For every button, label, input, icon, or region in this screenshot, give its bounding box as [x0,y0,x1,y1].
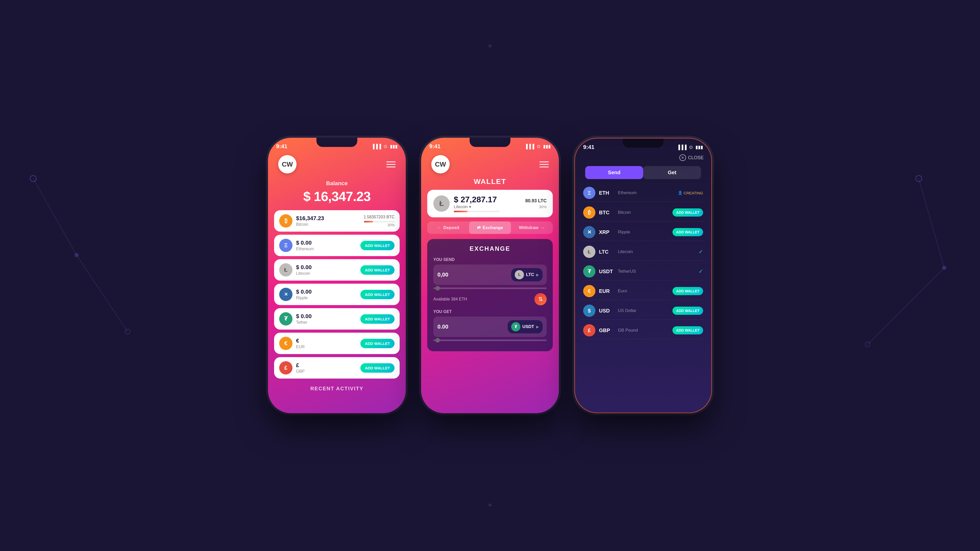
phone-3: 9:41 ▐▐▐ ⊙ ▮▮▮ ✕ CLOSE Send Get Ξ ETH E [574,138,712,413]
phone-2: 9:41 ▐▐▐ ⊙ ▮▮▮ CW WALLET Ł $ 27,287.17 L… [421,138,559,413]
xrp-name: Ripple [296,295,357,300]
crypto-row-eth: Ξ ETH Ethereum 👤 CREATING [581,184,705,202]
menu-icon-2[interactable] [539,162,549,167]
eth-right: ADD WALLET [360,241,395,250]
eur-amount: € [296,338,357,344]
send-button[interactable]: Send [585,166,643,179]
menu-icon-1[interactable] [387,162,396,167]
ltc-check-icon: ✓ [698,248,703,255]
status-icons-3: ▐▐▐ ⊙ ▮▮▮ [677,144,703,150]
ltc-btc-amount: 80.93 LTC [525,198,547,203]
tether-icon: ₮ [279,312,293,326]
btc-right: 1.58357203 BTC 30% [364,215,395,227]
svg-line-9 [868,268,944,345]
get-coin-arrow: ▶ [536,325,539,329]
tab-deposit[interactable]: ← Deposit [427,221,469,234]
wallet-item-btc: ₿ $16,347.23 Bitcoin 1.58357203 BTC 30% [274,210,400,232]
gbp-icon: £ [279,361,293,375]
you-send-coin-selector[interactable]: Ł LTC ▶ [511,268,542,281]
get-button[interactable]: Get [643,166,701,179]
you-send-input[interactable]: 0,00 Ł LTC ▶ [433,265,547,285]
btc-sub-amount: 1.58357203 BTC [364,215,395,219]
phone-1: 9:41 ▐▐▐ ⊙ ▮▮▮ CW Balance $ 16,347.23 ₿ … [268,138,406,413]
you-send-slider[interactable] [433,287,547,289]
notch-1 [317,138,357,147]
wifi-icon-3: ⊙ [689,144,693,150]
you-send-value: 0,00 [438,272,449,278]
xrp-list-icon: ✕ [583,226,595,238]
swap-button[interactable]: ⇅ [535,293,547,305]
crypto-list: Ξ ETH Ethereum 👤 CREATING ₿ BTC Bitcoin … [575,184,711,339]
gbp-list-icon: £ [583,324,595,337]
wallet-item-xrp: ✕ $ 0.00 Ripple ADD WALLET [274,284,400,305]
tab-withdraw[interactable]: Withdraw → [511,221,553,234]
usdt-check-icon: ✓ [698,268,703,275]
close-button[interactable]: ✕ CLOSE [679,154,703,161]
ltc-name: Litecoin [296,271,357,276]
eur-info: € EUR [296,338,357,349]
svg-line-7 [76,255,127,332]
litecoin-card: Ł $ 27,287.17 Litecoin ▾ 80.93 LTC 30% [427,190,553,218]
add-wallet-eth[interactable]: ADD WALLET [360,241,395,250]
add-wallet-usd-p3[interactable]: ADD WALLET [673,306,703,315]
eth-info: $ 0.00 Ethereum [296,240,357,251]
ltc-ticker: LTC [599,249,614,255]
add-wallet-eur[interactable]: ADD WALLET [360,339,395,348]
wallet-list-1: ₿ $16,347.23 Bitcoin 1.58357203 BTC 30% … [268,210,406,379]
you-get-label: YOU GET [433,310,547,314]
gbp-info: £ GBP [296,362,357,374]
eur-right: ADD WALLET [360,339,395,348]
close-label: CLOSE [688,155,703,160]
add-wallet-xrp[interactable]: ADD WALLET [360,290,395,299]
you-get-coin-selector[interactable]: ₮ USDT ▶ [508,320,542,333]
notch-3 [623,138,663,148]
btc-ticker: BTC [599,210,614,216]
ltc-info: $ 0.00 Litecoin [296,264,357,276]
you-get-input[interactable]: 0.00 ₮ USDT ▶ [433,317,547,337]
status-icons-2: ▐▐▐ ⊙ ▮▮▮ [525,144,551,149]
battery-icon-2: ▮▮▮ [543,144,551,149]
eth-ticker: ETH [599,190,614,196]
battery-icon: ▮▮▮ [390,144,398,149]
tab-bar: ← Deposit ⇄ Exchange Withdraw → [427,221,553,234]
add-wallet-xrp-p3[interactable]: ADD WALLET [673,228,703,236]
add-wallet-gbp-p3[interactable]: ADD WALLET [673,326,703,334]
phone-3-header: ✕ CLOSE [575,152,711,164]
eth-list-icon: Ξ [583,187,595,199]
battery-icon-3: ▮▮▮ [695,144,703,150]
logo-1: CW [278,155,297,173]
signal-icon: ▐▐▐ [371,144,381,149]
crypto-row-xrp: ✕ XRP Ripple ADD WALLET [581,224,705,241]
svg-line-6 [33,179,76,255]
ltc-card-info: $ 27,287.17 Litecoin ▾ [454,195,521,212]
withdraw-arrow-icon: → [541,225,545,230]
get-usdt-icon: ₮ [511,322,520,331]
btc-full-name: Bitcoin [618,210,669,215]
eur-full-name: Euro [618,289,669,294]
add-wallet-tether[interactable]: ADD WALLET [360,314,395,324]
svg-line-8 [919,179,944,268]
ltc-right: ADD WALLET [360,265,395,275]
add-wallet-eur-p3[interactable]: ADD WALLET [673,287,703,295]
add-wallet-ltc[interactable]: ADD WALLET [360,265,395,275]
tether-amount: $ 0.00 [296,313,357,320]
you-get-slider[interactable] [433,340,547,341]
withdraw-label: Withdraw [519,225,538,230]
crypto-row-btc: ₿ BTC Bitcoin ADD WALLET [581,204,705,221]
wallet-item-gbp: £ £ GBP ADD WALLET [274,357,400,379]
add-wallet-gbp[interactable]: ADD WALLET [360,363,395,373]
xrp-ticker: XRP [599,229,614,235]
gbp-full-name: GB Pound [618,328,669,333]
usd-ticker: USD [599,308,614,314]
eth-name: Ethereum [296,247,357,251]
tether-right: ADD WALLET [360,314,395,324]
send-get-bar: Send Get [585,166,701,179]
tether-info: $ 0.00 Tether [296,313,357,325]
time-2: 9:41 [429,143,441,150]
ltc-card-right: 80.93 LTC 30% [525,198,547,209]
add-wallet-btc-p3[interactable]: ADD WALLET [673,208,703,217]
tab-exchange[interactable]: ⇄ Exchange [469,221,511,234]
exchange-icon: ⇄ [477,225,480,230]
eth-icon: Ξ [279,239,293,252]
logo-2: CW [431,155,450,173]
